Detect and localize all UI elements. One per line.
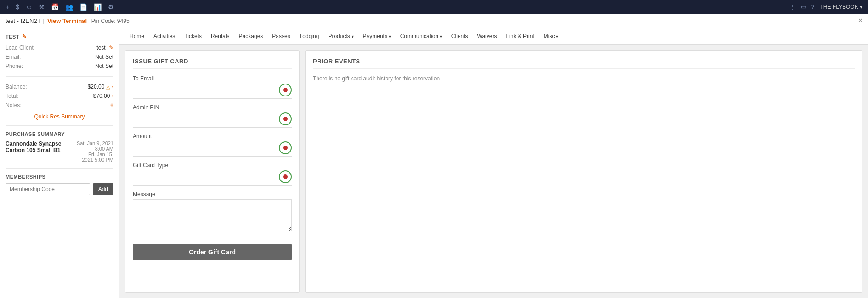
nav-tickets[interactable]: Tickets xyxy=(180,28,206,45)
purchase-item-name: Cannondale Synapse Carbon 105 Small B1 xyxy=(6,141,77,163)
nav-passes[interactable]: Passes xyxy=(267,28,295,45)
view-terminal-link[interactable]: View Terminal xyxy=(47,17,87,24)
window-title: test - I2EN2T | View Terminal Pin Code: … xyxy=(6,17,130,24)
admin-pin-group: Admin PIN xyxy=(133,104,292,128)
membership-code-input[interactable] xyxy=(6,183,90,195)
admin-pin-icon[interactable] xyxy=(279,112,292,125)
top-nav-right: ⋮ ▭ ? THE FLYBOOK ▾ xyxy=(790,4,862,10)
admin-pin-inner-dot xyxy=(283,117,288,121)
memberships-title: MEMBERSHIPS xyxy=(6,174,113,180)
notes-row: Notes: + xyxy=(6,101,113,110)
to-email-group: To Email xyxy=(133,75,292,99)
amount-icon[interactable] xyxy=(279,141,292,154)
test-section-title: TEST ✎ xyxy=(6,34,113,39)
balance-arrow-icon[interactable]: › xyxy=(112,84,113,90)
notes-label: Notes: xyxy=(6,102,22,108)
total-label: Total: xyxy=(6,93,19,99)
nav-products[interactable]: Products xyxy=(323,28,358,45)
grid-view-icon[interactable]: ⋮ xyxy=(790,4,795,10)
nav-communication[interactable]: Communication xyxy=(396,28,447,45)
balance-row: Balance: $20.00 △ › xyxy=(6,82,113,91)
amount-input[interactable] xyxy=(133,143,279,153)
lead-client-label: Lead Client: xyxy=(6,45,35,51)
admin-pin-label: Admin PIN xyxy=(133,104,292,111)
membership-input-row: Add xyxy=(6,183,113,195)
add-membership-button[interactable]: Add xyxy=(93,183,113,195)
amount-input-row xyxy=(133,141,292,157)
balance-label: Balance: xyxy=(6,84,27,90)
amount-group: Amount xyxy=(133,133,292,157)
total-arrow-icon[interactable]: › xyxy=(112,93,113,99)
gear-icon[interactable]: ⚙ xyxy=(108,3,114,11)
order-gift-card-button[interactable]: Order Gift Card xyxy=(133,244,292,260)
gift-card-type-icon[interactable] xyxy=(279,170,292,183)
nav-link-print[interactable]: Link & Print xyxy=(501,28,539,45)
purchase-item-dates: Sat, Jan 9, 2021 8:00 AM Fri, Jan 15, 20… xyxy=(77,141,113,163)
add-icon[interactable]: + xyxy=(6,3,9,11)
pin-code: Pin Code: 9495 xyxy=(91,18,130,24)
dollar-icon[interactable]: $ xyxy=(16,3,19,11)
lead-client-value: test ✎ xyxy=(96,45,113,51)
issue-gift-card-panel: ISSUE GIFT CARD To Email Admin PIN xyxy=(125,50,300,293)
prior-events-empty-text: There is no gift card audit history for … xyxy=(313,75,855,82)
message-label: Message xyxy=(133,191,292,197)
main-layout: TEST ✎ Lead Client: test ✎ Email: Not Se… xyxy=(0,28,868,298)
brand-label[interactable]: THE FLYBOOK ▾ xyxy=(820,4,862,10)
gift-card-type-group: Gift Card Type xyxy=(133,162,292,186)
nav-waivers[interactable]: Waivers xyxy=(473,28,502,45)
nav-home[interactable]: Home xyxy=(125,28,149,45)
help-icon[interactable]: ? xyxy=(811,4,815,10)
purchase-item-row: Cannondale Synapse Carbon 105 Small B1 S… xyxy=(6,141,113,163)
prior-events-panel: PRIOR EVENTS There is no gift card audit… xyxy=(305,50,862,293)
phone-value: Not Set xyxy=(95,63,113,69)
close-button[interactable]: × xyxy=(858,17,862,25)
issue-gift-card-title: ISSUE GIFT CARD xyxy=(133,58,292,69)
nav-activities[interactable]: Activities xyxy=(149,28,180,45)
top-nav-left: + $ ☺ ⚒ 📅 👥 📄 📊 ⚙ xyxy=(6,3,114,11)
phone-row: Phone: Not Set xyxy=(6,62,113,71)
nav-packages[interactable]: Packages xyxy=(234,28,268,45)
edit-client-icon[interactable]: ✎ xyxy=(109,45,113,51)
to-email-input-row xyxy=(133,84,292,99)
nav-misc[interactable]: Misc xyxy=(539,28,563,45)
left-sidebar: TEST ✎ Lead Client: test ✎ Email: Not Se… xyxy=(0,28,119,298)
tools-icon[interactable]: ⚒ xyxy=(39,3,45,11)
to-email-inner-dot xyxy=(283,88,288,92)
doc-icon[interactable]: 📄 xyxy=(79,3,87,11)
users-icon[interactable]: 👥 xyxy=(65,3,73,11)
phone-label: Phone: xyxy=(6,63,23,69)
to-email-label: To Email xyxy=(133,75,292,82)
warning-icon: △ xyxy=(106,84,110,90)
gift-card-type-input[interactable] xyxy=(133,172,279,182)
to-email-icon[interactable] xyxy=(279,84,292,96)
admin-pin-input[interactable] xyxy=(133,114,279,124)
message-textarea[interactable] xyxy=(133,199,292,231)
title-prefix: test - I2EN2T | xyxy=(6,17,44,24)
gift-card-type-input-row xyxy=(133,170,292,186)
amount-inner-dot xyxy=(283,146,288,150)
nav-clients[interactable]: Clients xyxy=(447,28,473,45)
user-smile-icon[interactable]: ☺ xyxy=(26,3,32,11)
nav-payments[interactable]: Payments xyxy=(358,28,396,45)
calendar-icon[interactable]: 📅 xyxy=(51,3,59,11)
add-note-icon[interactable]: + xyxy=(110,102,113,108)
top-nav-bar: + $ ☺ ⚒ 📅 👥 📄 📊 ⚙ ⋮ ▭ ? THE FLYBOOK ▾ xyxy=(0,0,868,14)
message-group: Message xyxy=(133,191,292,233)
edit-test-icon[interactable]: ✎ xyxy=(22,34,27,39)
purchase-summary-title: PURCHASE SUMMARY xyxy=(6,131,113,137)
chart-icon[interactable]: 📊 xyxy=(94,3,102,11)
quick-res-summary-link[interactable]: Quick Res Summary xyxy=(6,113,113,120)
window-title-bar: test - I2EN2T | View Terminal Pin Code: … xyxy=(0,14,868,28)
right-content: Home Activities Tickets Rentals Packages… xyxy=(119,28,868,298)
card-view-icon[interactable]: ▭ xyxy=(801,4,806,10)
purchase-item: Cannondale Synapse Carbon 105 Small B1 S… xyxy=(6,141,113,163)
email-label: Email: xyxy=(6,54,21,60)
amount-label: Amount xyxy=(133,133,292,140)
nav-lodging[interactable]: Lodging xyxy=(295,28,324,45)
gift-card-type-inner-dot xyxy=(283,174,288,179)
secondary-nav: Home Activities Tickets Rentals Packages… xyxy=(119,28,868,45)
nav-rentals[interactable]: Rentals xyxy=(206,28,234,45)
lead-client-row: Lead Client: test ✎ xyxy=(6,43,113,52)
to-email-input[interactable] xyxy=(133,85,279,96)
admin-pin-input-row xyxy=(133,112,292,128)
